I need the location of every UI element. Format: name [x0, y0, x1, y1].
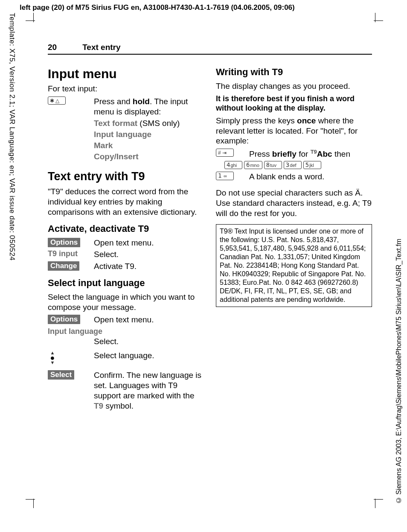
input-language-select: Select.	[94, 336, 204, 347]
key-6: 6mno	[244, 161, 262, 169]
page-header: 20 Text entry	[48, 43, 372, 55]
section-title: Text entry	[82, 43, 120, 52]
crop-mark	[375, 499, 375, 508]
left-column: Input menu For text input: ✱ △ Press and…	[48, 63, 204, 412]
no-special-chars: Do not use special characters such as Ä.…	[216, 188, 372, 218]
options-desc: Open text menu.	[94, 238, 204, 248]
heading-writing-t9: Writing with T9	[216, 67, 372, 78]
heading-select-language: Select input language	[48, 278, 204, 289]
press-hold-text: Press and hold. The input menu is displa…	[94, 96, 204, 117]
press-briefly-text: Press briefly for T9Abc then	[249, 149, 372, 159]
hotel-key-sequence: 4ghi 6mno 8tuv 3def 5jkl	[224, 161, 372, 169]
key-4: 4ghi	[224, 161, 242, 169]
patent-box: T9® Text Input is licensed under one or …	[216, 224, 372, 307]
key-5: 5jkl	[303, 161, 321, 169]
softkey-options: Options	[48, 238, 80, 247]
template-note: Template: X75, Version 2.1; VAR Language…	[8, 13, 16, 261]
copyright-note: © Siemens AG 2003, E:\Auftrag\Siemens\Mo…	[395, 102, 403, 504]
key-8: 8tuv	[264, 161, 282, 169]
text-for-input: For text input:	[48, 84, 204, 94]
softkey-change: Change	[48, 261, 79, 271]
menu-text-format-suffix: (SMS only)	[137, 119, 180, 128]
key-3: 3def	[284, 161, 302, 169]
writing-bold-note: It is therefore best if you finish a wor…	[216, 94, 372, 113]
softkey-select: Select	[48, 370, 74, 380]
heading-activate-t9: Activate, deactivate T9	[48, 223, 204, 234]
t9input-desc: Select.	[94, 249, 204, 260]
key-1: 1 ∞	[216, 172, 234, 180]
writing-desc1: The display changes as you proceed.	[216, 81, 372, 91]
change-desc: Activate T9.	[94, 261, 204, 272]
menu-copy-insert: Copy/Insert	[94, 152, 204, 162]
right-column: Writing with T9 The display changes as y…	[216, 63, 372, 412]
writing-desc2: Simply press the keys once where the rel…	[216, 116, 372, 146]
heading-input-menu: Input menu	[48, 67, 204, 81]
label-input-language: Input language	[48, 327, 204, 336]
heading-text-entry-t9: Text entry with T9	[48, 170, 204, 183]
nav-updown-icon: ▲●▼	[48, 351, 57, 365]
print-header: left page (20) of M75 Sirius FUG en, A31…	[0, 0, 407, 12]
crop-mark	[375, 13, 375, 22]
hash-key-icon: # ⇥	[216, 149, 234, 157]
menu-input-language: Input language	[94, 129, 204, 140]
star-key-icon: ✱ △	[48, 96, 66, 105]
menu-mark: Mark	[94, 140, 204, 151]
nav-desc: Select language.	[94, 351, 204, 361]
select-language-desc: Select the language in which you want to…	[48, 292, 204, 313]
page-number: 20	[48, 43, 57, 52]
options2-desc: Open text menu.	[94, 315, 204, 325]
crop-mark	[33, 13, 34, 22]
blank-ends-text: A blank ends a word.	[249, 172, 372, 182]
label-t9-input: T9 input	[48, 249, 85, 258]
menu-text-format: Text format	[94, 119, 137, 128]
softkey-options-2: Options	[48, 315, 80, 324]
select-confirm-desc: Confirm. The new language is set. Langua…	[94, 370, 204, 411]
crop-mark	[33, 499, 34, 508]
t9-description: "T9" deduces the correct word from the i…	[48, 187, 204, 217]
